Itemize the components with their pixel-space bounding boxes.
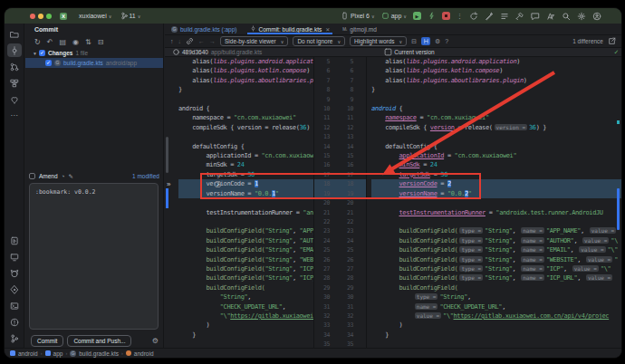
- code-line[interactable]: alias(libs.plugins.aboutlibraries.plugin…: [371, 76, 621, 85]
- run-button[interactable]: ▶: [413, 12, 421, 20]
- collapse-all-icon[interactable]: ⊟: [98, 38, 104, 46]
- commit-button[interactable]: Commit: [31, 335, 63, 347]
- modified-count[interactable]: 1 modified: [132, 173, 159, 179]
- build-icon[interactable]: [515, 12, 524, 21]
- code-line[interactable]: buildConfigField("String", "AUTH: [178, 236, 313, 245]
- gradle-sync-icon[interactable]: [469, 12, 478, 21]
- tab-build-gradle[interactable]: G build.gradle.kts (:app): [165, 24, 244, 34]
- code-line[interactable]: defaultConfig {: [371, 142, 621, 151]
- code-line[interactable]: }: [371, 85, 621, 94]
- code-line[interactable]: buildConfigField("String", "ICP_: [178, 273, 313, 283]
- device-selector[interactable]: Pixel 6 ∨: [341, 12, 375, 20]
- services-tool-icon[interactable]: [7, 92, 22, 106]
- left-scrollbar[interactable]: [166, 57, 169, 348]
- minimize-window-icon[interactable]: [38, 14, 43, 19]
- code-line[interactable]: android {: [178, 104, 313, 113]
- comment-icon[interactable]: [531, 12, 540, 21]
- run-config-selector[interactable]: app ∨: [381, 12, 407, 20]
- changed-file-row[interactable]: ✓ G build.gradle.kts android/app: [25, 58, 163, 68]
- code-line[interactable]: ): [178, 321, 313, 330]
- code-line[interactable]: }: [178, 330, 313, 340]
- running-devices-icon[interactable]: [7, 234, 22, 247]
- code-line[interactable]: [371, 198, 621, 207]
- version-control-icon[interactable]: [7, 331, 22, 345]
- help-icon[interactable]: ?: [445, 38, 448, 44]
- code-line[interactable]: value ="\"https://gitlab.xuxiaowei.com.c…: [371, 311, 621, 321]
- show-diff-icon[interactable]: ◉: [72, 38, 79, 46]
- project-tool-icon[interactable]: [7, 27, 22, 41]
- pull-requests-icon[interactable]: [7, 60, 22, 73]
- collapse-unchanged-icon[interactable]: ⊟: [411, 38, 417, 45]
- code-line[interactable]: alias(libs.plugins.kotlin.compose): [178, 66, 313, 75]
- stop-button[interactable]: [442, 12, 450, 20]
- chevron-expanded-icon[interactable]: ▼: [33, 51, 37, 56]
- code-line[interactable]: defaultConfig {: [178, 142, 313, 151]
- highlight-mode-select[interactable]: Highlight words ∨: [350, 36, 407, 46]
- more-tools-icon[interactable]: ⋯: [7, 109, 22, 122]
- jump-to-source-icon[interactable]: [186, 37, 194, 45]
- changes-checkbox[interactable]: ✓: [39, 50, 45, 56]
- amend-checkbox[interactable]: [29, 173, 35, 179]
- rollback-icon[interactable]: ↶: [47, 38, 53, 46]
- code-line[interactable]: [371, 95, 621, 104]
- code-line[interactable]: [371, 217, 621, 226]
- code-line[interactable]: buildConfigField(: [371, 283, 621, 292]
- code-line[interactable]: }: [178, 85, 313, 94]
- close-window-icon[interactable]: [30, 14, 35, 19]
- include-change-checkbox[interactable]: ✓: [215, 181, 221, 187]
- project-widget[interactable]: xuxiaowei ∨: [79, 13, 111, 19]
- history-icon[interactable]: ◔: [62, 173, 65, 179]
- code-line[interactable]: [178, 198, 313, 207]
- tab-gitmoji[interactable]: M↓ gitmoji.md: [336, 24, 383, 34]
- commit-message-input[interactable]: :bookmark: v0.0.2: [29, 183, 159, 330]
- code-line[interactable]: "String",: [178, 292, 313, 302]
- code-line[interactable]: buildConfigField("String", "APP_: [178, 226, 313, 235]
- back-icon[interactable]: ←: [198, 38, 205, 44]
- breadcrumb-item[interactable]: build.gradle.kts: [79, 350, 119, 357]
- code-line[interactable]: alias(libs.plugins.android.applicati: [178, 57, 313, 66]
- diff-pane-right[interactable]: alias(libs.plugins.android.application) …: [367, 57, 621, 348]
- code-line[interactable]: versionCode = 1: [178, 179, 313, 188]
- code-line[interactable]: compileSdk { version = release(36) }: [178, 123, 313, 132]
- code-line[interactable]: testInstrumentationRunner = "and: [178, 208, 313, 217]
- todo-list-icon[interactable]: [500, 12, 509, 21]
- inspection-ok-icon[interactable]: ✓: [614, 49, 619, 56]
- code-line[interactable]: buildConfigField(type ="String", name ="…: [371, 236, 621, 245]
- code-line[interactable]: buildConfigField(type ="String", name ="…: [371, 245, 621, 254]
- code-line[interactable]: "CHECK_UPDATE_URL",: [178, 302, 313, 311]
- terminal-tool-icon[interactable]: [7, 299, 22, 312]
- settings-gear-icon[interactable]: [577, 12, 586, 21]
- ignore-mode-select[interactable]: Do not ignore ∨: [293, 36, 345, 46]
- code-line[interactable]: [178, 95, 313, 104]
- code-line[interactable]: buildConfigField(: [178, 283, 313, 292]
- apply-change-button[interactable]: »: [167, 180, 170, 188]
- scrollbar-thumb[interactable]: [166, 137, 168, 173]
- ai-actions-icon[interactable]: [485, 12, 494, 21]
- commit-tool-icon[interactable]: [7, 43, 22, 57]
- code-line[interactable]: namespace = "cn.com.xuxiaowei": [178, 113, 313, 122]
- code-line[interactable]: targetSdk = 36: [371, 170, 621, 179]
- zoom-window-icon[interactable]: [46, 14, 52, 19]
- code-line[interactable]: compileSdk { version = release(version =…: [371, 123, 621, 132]
- open-in-editor-icon[interactable]: [608, 37, 616, 45]
- code-line[interactable]: buildConfigField(type ="String", name ="…: [371, 273, 621, 283]
- tab-commit-diff[interactable]: Commit: build.gradle.kts ✕: [244, 24, 337, 34]
- breadcrumb-item[interactable]: app: [53, 350, 63, 357]
- code-line[interactable]: versionCode = 2: [371, 179, 621, 188]
- more-actions-icon[interactable]: ⋮: [457, 13, 463, 20]
- sync-scrolling-toggle[interactable]: [421, 37, 430, 45]
- code-line[interactable]: alias(libs.plugins.aboutlibraries.pl: [178, 76, 313, 85]
- code-line[interactable]: buildConfigField(type ="String", name ="…: [371, 226, 621, 235]
- code-line[interactable]: minSdk = 24: [371, 160, 621, 169]
- commit-and-push-button[interactable]: Commit and Push...: [67, 335, 131, 347]
- ai-commit-message-icon[interactable]: ✎: [69, 173, 73, 180]
- code-line[interactable]: minSdk = 24: [178, 160, 313, 169]
- code-line[interactable]: versionName = "0.0.1": [178, 189, 313, 198]
- code-line[interactable]: buildConfigField("String", "ICP": [178, 264, 313, 273]
- code-line[interactable]: applicationId = "cn.com.xuxiaowei": [371, 151, 621, 160]
- code-line[interactable]: versionName = "0.0.2": [371, 189, 621, 198]
- app-inspection-icon[interactable]: [7, 283, 22, 296]
- right-scrollbar[interactable]: [616, 57, 620, 348]
- code-line[interactable]: [371, 340, 621, 348]
- apply-changes-icon[interactable]: [428, 12, 436, 20]
